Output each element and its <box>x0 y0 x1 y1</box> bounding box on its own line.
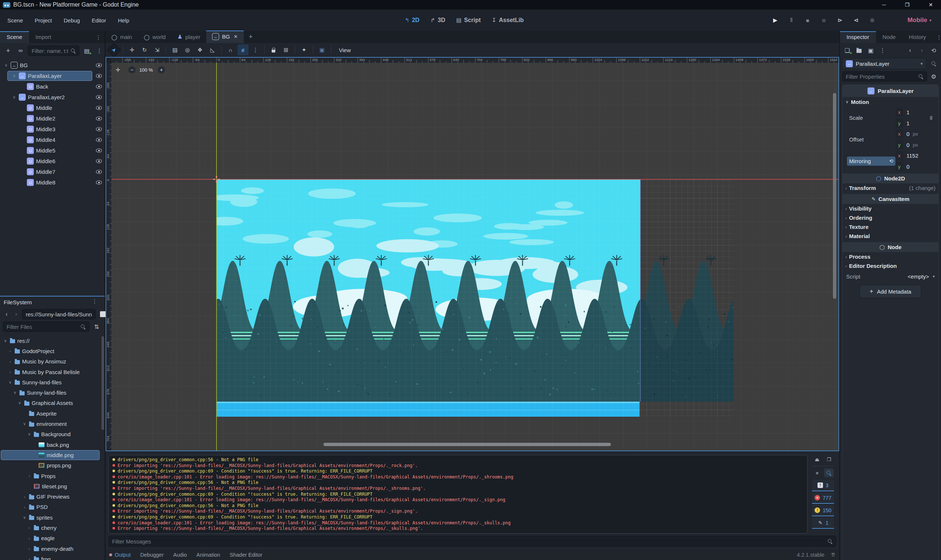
ruler-tool[interactable]: ◺ <box>207 45 218 55</box>
tree-chevron-icon[interactable]: › <box>8 349 12 353</box>
script-property-row[interactable]: Script <empty> ▾ <box>842 271 938 281</box>
scene-node-parallaxlayer2[interactable]: ∨↔ParallaxLayer2 <box>0 92 105 103</box>
dock-tab-node[interactable]: Node <box>876 31 902 43</box>
property-offset[interactable]: Offsetx0pxy0px <box>842 129 938 150</box>
tree-chevron-icon[interactable]: › <box>22 495 27 499</box>
visibility-eye-icon[interactable] <box>96 138 102 142</box>
stop-button[interactable]: ■ <box>801 15 814 26</box>
fs-item-graphical-assets[interactable]: ∨Graphical Assets <box>0 398 105 408</box>
save-resource-button[interactable]: ▣ <box>866 45 876 55</box>
new-resource-button[interactable]: ❏+ <box>842 45 852 55</box>
tab-screen-script[interactable]: ▤Script <box>453 15 484 25</box>
play-custom-scene-button[interactable]: ⊲ <box>850 15 862 26</box>
resource-menu-icon[interactable]: ⋮ <box>878 45 888 55</box>
tab-screen-2d[interactable]: ↰2D <box>402 15 422 25</box>
scene-tab-player[interactable]: ♟player <box>172 31 206 43</box>
scene-node-middle6[interactable]: ☺Middle6 <box>0 156 105 166</box>
section-transform[interactable]: › Transform (1 change) <box>842 183 938 192</box>
smart-snap-toggle[interactable]: ∩ <box>225 45 236 55</box>
dock-tab-scene[interactable]: Scene <box>0 31 29 43</box>
list-select-tool[interactable]: ▤ <box>169 45 180 55</box>
view-menu[interactable]: View <box>334 45 355 55</box>
clear-output-button[interactable]: ⏏ <box>812 455 822 464</box>
fs-item-sprites[interactable]: ∨sprites <box>0 512 105 523</box>
fs-item-gif-previews[interactable]: ›GIF Previews <box>0 491 105 502</box>
dock-tab-history[interactable]: History <box>902 31 933 43</box>
visibility-eye-icon[interactable] <box>96 159 102 163</box>
edits-filter[interactable]: ✎1 <box>812 517 834 529</box>
camera-override-icon[interactable]: ▣ <box>316 45 328 55</box>
tree-chevron-icon[interactable]: › <box>27 557 32 560</box>
tree-chevron-icon[interactable]: ∨ <box>3 338 8 343</box>
section-process[interactable]: ›Process <box>842 252 938 261</box>
tree-chevron-icon[interactable]: › <box>22 505 27 509</box>
section-material[interactable]: ›Material <box>842 231 938 241</box>
rotate-tool[interactable]: ↻ <box>139 45 150 55</box>
filter-properties-input[interactable]: Filter Properties <box>842 71 927 82</box>
visibility-eye-icon[interactable] <box>96 74 102 78</box>
scene-filter-input[interactable]: Filter: name, t:t <box>28 46 79 56</box>
bottom-tab-debugger[interactable]: Debugger <box>140 552 164 558</box>
section-visibility[interactable]: ›Visibility <box>842 204 938 213</box>
fs-item-music-by-pascal-belisle[interactable]: ›Music by Pascal Belisle <box>0 367 105 377</box>
tree-chevron-icon[interactable]: › <box>27 474 32 478</box>
fs-item-middle-png[interactable]: middle.png <box>0 450 105 460</box>
scene-dock-menu-icon[interactable]: ⋮ <box>92 34 105 43</box>
close-button[interactable]: ✕ <box>929 2 933 8</box>
scene-node-middle7[interactable]: ☺Middle7 <box>0 166 105 177</box>
menu-help[interactable]: Help <box>114 15 134 26</box>
fs-forward-button[interactable]: › <box>12 309 20 319</box>
group-toggle[interactable]: ⊞ <box>280 45 291 55</box>
dock-tab-import[interactable]: Import <box>29 31 58 43</box>
visibility-eye-icon[interactable] <box>96 63 102 67</box>
tree-chevron-icon[interactable]: ∨ <box>4 63 8 68</box>
attach-script-button[interactable]: ▤+ <box>82 46 92 56</box>
movie-maker-button[interactable]: ⊛ <box>866 15 878 26</box>
warnings-filter[interactable]: !150 <box>812 505 834 516</box>
tree-chevron-icon[interactable]: ∨ <box>17 400 22 405</box>
play-remote-button[interactable]: ⧈ <box>818 15 830 26</box>
fs-item-aseprite[interactable]: Aseprite <box>0 408 105 418</box>
important-filter[interactable]: !3 <box>812 480 834 491</box>
scene-tree-menu-icon[interactable]: ⋮ <box>94 46 105 56</box>
pan-tool[interactable]: ✥ <box>194 45 205 55</box>
fs-item-enemy-death[interactable]: ›enemy-death <box>0 543 105 554</box>
history-back-button[interactable]: ‹ <box>905 45 915 55</box>
fs-item-props-png[interactable]: props.png <box>0 460 105 471</box>
inspector-menu-icon[interactable]: ⋮ <box>933 34 941 43</box>
output-search-button[interactable] <box>824 469 834 477</box>
visibility-eye-icon[interactable] <box>96 85 102 89</box>
fs-item-frog[interactable]: ›frog <box>0 554 105 560</box>
maximize-button[interactable]: ❐ <box>905 2 910 8</box>
fs-item-back-png[interactable]: back.png <box>0 440 105 450</box>
tree-chevron-icon[interactable]: › <box>8 359 12 364</box>
scene-tab-world[interactable]: ◯world <box>138 31 172 43</box>
expand-bottom-panel-icon[interactable]: ⇈ <box>831 552 836 558</box>
tree-chevron-icon[interactable]: › <box>8 370 12 374</box>
scene-node-middle3[interactable]: ☺Middle3 <box>0 124 105 134</box>
scene-node-middle2[interactable]: ☺Middle2 <box>0 113 105 124</box>
collapse-duplicates-button[interactable]: ≡ <box>812 469 822 477</box>
fs-item-godotproject[interactable]: ›GodotProject <box>0 346 105 356</box>
fs-item-psd[interactable]: ›PSD <box>0 502 105 512</box>
snap-options-menu[interactable]: ⋮ <box>250 45 261 55</box>
fs-item-props[interactable]: ›Props <box>0 471 105 481</box>
new-scene-tab-button[interactable]: + <box>244 31 258 43</box>
fs-filter-input[interactable]: Filter Files <box>3 322 89 332</box>
scene-node-middle8[interactable]: ☺Middle8 <box>0 177 105 188</box>
section-ordering[interactable]: ›Ordering <box>842 213 938 222</box>
fs-back-button[interactable]: ‹ <box>3 309 10 319</box>
tree-chevron-icon[interactable]: ∨ <box>8 380 12 385</box>
scene-tab-bg[interactable]: ↔BG✕ <box>206 31 244 43</box>
run-profile-dropdown[interactable]: Mobile ▾ <box>907 17 932 24</box>
visibility-eye-icon[interactable] <box>96 170 102 174</box>
revert-icon[interactable]: ⟲ <box>889 158 893 164</box>
section-motion[interactable]: ∨ Motion <box>842 97 938 107</box>
dock-tab-inspector[interactable]: Inspector <box>840 31 876 43</box>
tree-chevron-icon[interactable]: ∨ <box>12 390 17 395</box>
edited-node-dropdown[interactable]: ↔ ParallaxLayer ▾ <box>842 58 926 69</box>
minimize-button[interactable]: ─ <box>882 2 886 8</box>
open-docs-button[interactable] <box>929 58 939 69</box>
menu-editor[interactable]: Editor <box>87 15 110 26</box>
visibility-eye-icon[interactable] <box>96 127 102 131</box>
